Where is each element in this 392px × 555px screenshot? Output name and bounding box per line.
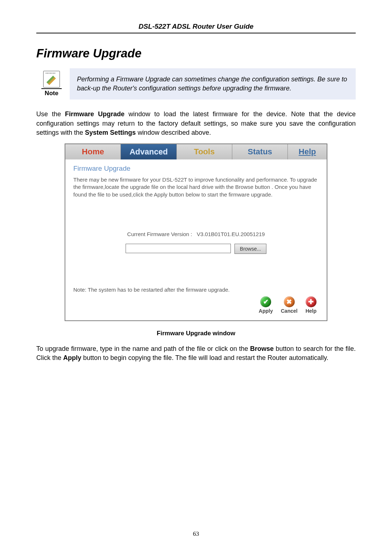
x-icon: ✖: [284, 296, 295, 307]
figure-caption: Firmware Upgrade window: [36, 330, 356, 337]
apply-button[interactable]: ✔ Apply: [259, 296, 273, 314]
page-header: DSL-522T ADSL Router User Guide: [36, 23, 356, 33]
text: To upgrade firmware, type in the name an…: [36, 345, 250, 352]
notepad-pencil-icon: [43, 71, 60, 88]
note-label: Note: [41, 88, 62, 97]
text: button to begin copying the file. The fi…: [81, 354, 328, 361]
help-label: Help: [306, 308, 317, 314]
file-chooser-row: Browse...: [73, 244, 319, 254]
version-label: Current Firmware Version :: [127, 231, 192, 237]
header-rule: [36, 33, 356, 33]
bold-apply: Apply: [63, 354, 81, 361]
text: window described above.: [136, 129, 211, 136]
bold-browse: Browse: [250, 345, 274, 352]
section-title: Firmware Upgrade: [36, 46, 356, 60]
firmware-upgrade-window: Home Advanced Tools Status Help Firmware…: [65, 143, 327, 321]
panel-description: There may be new firmware for your DSL-5…: [73, 176, 319, 198]
apply-label: Apply: [259, 308, 273, 314]
plus-icon: ✚: [306, 296, 317, 307]
tab-help[interactable]: Help: [288, 144, 327, 159]
tab-status[interactable]: Status: [232, 144, 288, 159]
note-text: Performing a Firmware Upgrade can someti…: [70, 68, 356, 100]
closing-paragraph: To upgrade firmware, type in the name an…: [36, 344, 356, 363]
version-value: V3.01B01T01.EU.20051219: [197, 231, 265, 237]
cancel-button[interactable]: ✖ Cancel: [281, 296, 298, 314]
firmware-file-input[interactable]: [126, 244, 231, 253]
help-button[interactable]: ✚ Help: [306, 296, 317, 314]
firmware-version-row: Current Firmware Version : V3.01B01T01.E…: [73, 231, 319, 237]
note-callout: Note Performing a Firmware Upgrade can s…: [36, 68, 356, 100]
text: Use the: [36, 110, 65, 118]
page-number: 63: [0, 530, 392, 538]
tab-tools[interactable]: Tools: [177, 144, 232, 159]
action-buttons: ✔ Apply ✖ Cancel ✚ Help: [73, 296, 319, 316]
restart-note: Note: The system has to be restarted aft…: [73, 287, 319, 293]
browse-button[interactable]: Browse...: [234, 244, 266, 254]
cancel-label: Cancel: [281, 308, 298, 314]
tab-home[interactable]: Home: [65, 144, 121, 159]
checkmark-icon: ✔: [260, 296, 271, 307]
tab-bar: Home Advanced Tools Status Help: [65, 144, 327, 159]
panel-title: Firmware Upgrade: [73, 165, 319, 173]
tab-advanced[interactable]: Advanced: [121, 144, 176, 159]
bold-system-settings: System Settings: [85, 129, 136, 136]
bold-firmware-upgrade: Firmware Upgrade: [65, 110, 124, 118]
note-icon-cell: Note: [36, 68, 70, 100]
intro-paragraph: Use the Firmware Upgrade window to load …: [36, 110, 356, 138]
